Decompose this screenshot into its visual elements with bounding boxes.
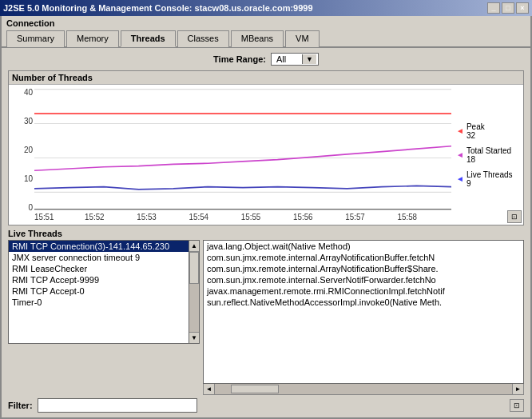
minimize-button[interactable]: _ [487,2,500,14]
svg-text:15:53: 15:53 [137,213,157,221]
legend-live-arrow: ◄ [456,174,464,183]
legend-peak-label: Peak 32 [466,122,485,140]
stack-item: javax.management.remote.rmi.RMIConnectio… [204,285,523,297]
close-button[interactable]: × [516,2,529,14]
legend-live-label: Live Threads 9 [466,170,513,188]
chart-canvas: 15:51 15:52 15:53 15:54 15:55 15:56 15:5… [34,85,451,225]
chart-title: Number of Threads [9,71,523,85]
stack-item: com.sun.jmx.remote.internal.ArrayNotific… [204,252,523,263]
filter-label: Filter: [8,401,33,410]
chart-inner: 40 30 20 10 0 [9,85,523,225]
live-threads-section: Live Threads RMI TCP Connection(3)-141.1… [8,229,524,413]
chart-section: Number of Threads 40 30 20 10 0 [8,70,524,225]
title-bar: J2SE 5.0 Monitoring & Management Console… [0,0,532,16]
stack-hscrollbar[interactable]: ◄ ► [203,384,524,395]
tab-mbeans[interactable]: MBeans [231,30,284,47]
legend-total-arrow: ◄ [456,150,464,159]
time-range-value: All [273,54,302,64]
stack-item: java.lang.Object.wait(Native Method) [204,241,523,252]
time-range-row: Time Range: All ▼ [8,53,524,66]
filter-input[interactable] [38,398,197,413]
content-area: Time Range: All ▼ Number of Threads 40 3… [2,48,530,417]
thread-item[interactable]: RMI LeaseChecker [9,263,199,274]
svg-text:15:51: 15:51 [34,213,54,221]
live-threads-title: Live Threads [8,229,524,238]
thread-list-wrap: RMI TCP Connection(3)-141.144.65.230 JMX… [8,240,200,395]
legend-peak: ◄ Peak 32 [456,122,518,140]
hscroll-right-button[interactable]: ► [512,384,523,394]
y-label-0: 0 [28,203,33,212]
scrollbar-up-button[interactable]: ▲ [189,241,199,252]
window-controls: _ □ × [487,2,529,14]
chart-zoom-button[interactable]: ⊡ [507,210,522,223]
scrollbar-down-button[interactable]: ▼ [189,332,199,343]
tabs-bar: Summary Memory Threads Classes MBeans VM [2,28,530,48]
tab-threads[interactable]: Threads [121,30,176,47]
svg-text:15:56: 15:56 [293,213,313,221]
svg-text:15:55: 15:55 [241,213,261,221]
hscroll-thumb[interactable] [231,385,279,393]
thread-item[interactable]: RMI TCP Accept-9999 [9,274,199,285]
maximize-button[interactable]: □ [502,2,514,14]
y-label-30: 30 [24,117,33,126]
chart-svg: 15:51 15:52 15:53 15:54 15:55 15:56 15:5… [34,85,451,225]
stack-trace: java.lang.Object.wait(Native Method) com… [203,240,524,384]
stack-trace-wrap: java.lang.Object.wait(Native Method) com… [203,240,524,395]
thread-list-scrollbar[interactable]: ▲ ▼ [189,240,200,344]
y-label-40: 40 [24,88,33,97]
thread-list[interactable]: RMI TCP Connection(3)-141.144.65.230 JMX… [8,240,200,344]
main-window: Connection Summary Memory Threads Classe… [0,16,532,419]
legend-total: ◄ Total Started 18 [456,146,518,164]
hscroll-track [215,384,512,394]
time-range-select[interactable]: All ▼ [271,53,319,66]
time-range-label: Time Range: [213,54,266,64]
svg-text:15:54: 15:54 [189,213,209,221]
connection-label: Connection [2,16,530,28]
thread-item[interactable]: Timer-0 [9,297,199,308]
stack-item: com.sun.jmx.remote.internal.ArrayNotific… [204,263,523,274]
svg-text:15:57: 15:57 [345,213,365,221]
filter-row: Filter: ⊡ [8,398,524,413]
filter-zoom-button[interactable]: ⊡ [510,399,524,412]
live-threads-content: RMI TCP Connection(3)-141.144.65.230 JMX… [8,240,524,395]
svg-text:15:58: 15:58 [398,213,418,221]
window-title: J2SE 5.0 Monitoring & Management Console… [3,3,313,13]
legend-live: ◄ Live Threads 9 [456,170,518,188]
legend-peak-arrow: ◄ [456,126,464,135]
stack-item: sun.reflect.NativeMethodAccessorImpl.inv… [204,297,523,308]
svg-text:15:52: 15:52 [85,213,105,221]
scrollbar-track [189,252,199,332]
y-label-20: 20 [24,146,33,154]
scrollbar-thumb[interactable] [189,252,199,284]
y-label-10: 10 [24,174,33,183]
legend-total-label: Total Started 18 [466,146,511,164]
tab-summary[interactable]: Summary [6,30,65,47]
chart-legend: ◄ Peak 32 ◄ Total Started 18 [451,85,523,225]
thread-item[interactable]: JMX server connection timeout 9 [9,252,199,263]
stack-item: com.sun.jmx.remote.internal.ServerNotifF… [204,274,523,285]
chart-y-axis: 40 30 20 10 0 [9,85,34,225]
time-range-arrow[interactable]: ▼ [302,54,316,64]
thread-item[interactable]: RMI TCP Connection(3)-141.144.65.230 [9,241,199,252]
hscroll-left-button[interactable]: ◄ [204,384,215,394]
tab-vm[interactable]: VM [285,30,320,47]
tab-memory[interactable]: Memory [66,30,119,47]
tab-classes[interactable]: Classes [177,30,229,47]
thread-item[interactable]: RMI TCP Accept-0 [9,285,199,297]
